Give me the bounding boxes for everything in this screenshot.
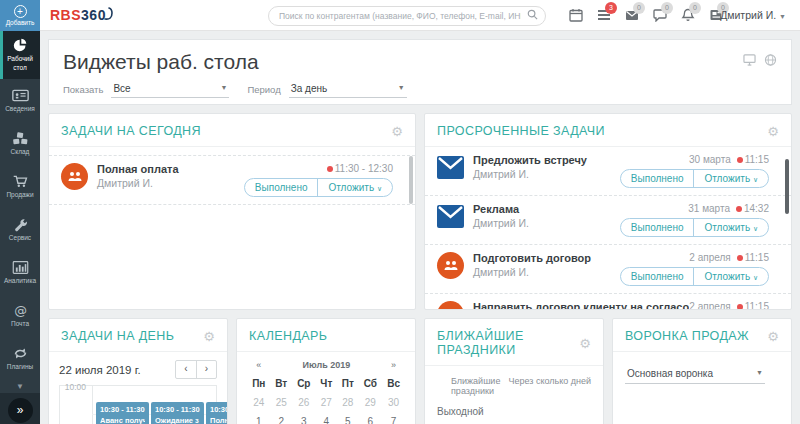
prev-month-button[interactable]: «: [247, 356, 271, 374]
widget-overdue-tasks: ПРОСРОЧЕННЫЕ ЗАДАЧИ ⚙ Предложить встречу…: [424, 113, 792, 310]
scrollbar-thumb[interactable]: [785, 159, 789, 214]
postpone-button[interactable]: Отложить ∨: [317, 179, 392, 196]
scrollbar-thumb[interactable]: [409, 156, 413, 204]
calendar-day[interactable]: 1: [247, 412, 271, 424]
next-day-button[interactable]: ›: [196, 361, 216, 378]
calendar-day[interactable]: 6: [359, 412, 383, 424]
calendar-day[interactable]: 30: [382, 393, 405, 412]
header-icons: 3 0 0 0 0: [562, 0, 730, 31]
hour-label: 10:00: [62, 382, 86, 392]
main-content: Виджеты раб. стола Показать Все▼ Период …: [40, 31, 800, 424]
calendar-day[interactable]: 7: [382, 412, 405, 424]
add-button-label: Добавить: [6, 19, 35, 26]
sidebar-item-desktop[interactable]: Рабочий стол: [0, 31, 40, 79]
calendar-day[interactable]: 26: [292, 393, 316, 412]
postpone-button[interactable]: Отложить ∨: [693, 268, 768, 285]
postpone-button[interactable]: Отложить ∨: [693, 170, 768, 187]
postpone-button[interactable]: Отложить ∨: [693, 219, 768, 236]
id-card-icon: [12, 88, 29, 103]
done-button[interactable]: Выполнено: [621, 268, 694, 285]
tasks-button[interactable]: 3: [590, 0, 618, 31]
mail-badge: 0: [633, 2, 645, 14]
task-date: 30 марта: [689, 154, 731, 165]
gear-icon[interactable]: ⚙: [767, 330, 779, 343]
task-title: Полная оплата: [97, 163, 244, 175]
holidays-col2: Через сколько дней: [508, 376, 591, 396]
task-row[interactable]: Направить договор клиенту на согласовани…: [425, 293, 791, 310]
calendar-button[interactable]: [562, 0, 590, 31]
task-row[interactable]: Полная оплата Дмитрий И. 11:30 - 12:30 В…: [49, 155, 415, 205]
sync-icon: [12, 346, 29, 361]
widget-header: ЗАДАЧИ НА ДЕНЬ ⚙: [49, 319, 227, 352]
calendar-day[interactable]: 29: [359, 393, 383, 412]
chevron-down-icon: ∨: [377, 185, 382, 192]
show-filter-select[interactable]: Все▼: [111, 83, 229, 98]
calendar-event[interactable]: 10:30 - 11:30 Аванс получ: [96, 402, 149, 424]
expand-sidebar-button[interactable]: »: [8, 398, 33, 423]
task-actions: Выполнено Отложить ∨: [620, 169, 769, 188]
task-row[interactable]: Реклама Дмитрий И. 31 марта14:32 Выполне…: [425, 195, 791, 244]
task-actions: Выполнено Отложить ∨: [244, 178, 393, 197]
chevron-down-icon: ∨: [753, 176, 758, 183]
gear-icon[interactable]: ⚙: [203, 330, 215, 343]
calendar-event[interactable]: 10:30 - 11:30 Ожидание з: [151, 402, 204, 424]
done-button[interactable]: Выполнено: [621, 170, 694, 187]
sidebar-item-analytics[interactable]: Аналитика: [0, 251, 40, 294]
page-title: Виджеты раб. стола: [63, 50, 777, 74]
page-header-card: Виджеты раб. стола Показать Все▼ Период …: [48, 39, 792, 105]
calendar-day[interactable]: 3: [292, 412, 316, 424]
calendar-day[interactable]: 24: [247, 393, 271, 412]
sidebar-item-label: Плагины: [7, 363, 33, 371]
tasks-badge: 3: [605, 2, 617, 14]
sidebar-more-caret[interactable]: ▼: [0, 380, 40, 393]
done-button[interactable]: Выполнено: [621, 219, 694, 236]
pie-chart-icon: [12, 38, 29, 53]
calendar-day[interactable]: 28: [337, 393, 359, 412]
prev-day-button[interactable]: ‹: [176, 361, 196, 378]
chat-button[interactable]: 0: [646, 0, 674, 31]
sidebar-item-warehouse[interactable]: Склад: [0, 122, 40, 165]
widget-header: БЛИЖАЙШИЕ ПРАЗДНИКИ ⚙: [425, 319, 603, 366]
next-month-button[interactable]: »: [382, 356, 405, 374]
funnel-select[interactable]: Основная воронка ▼: [625, 368, 765, 384]
add-button[interactable]: + Добавить: [0, 0, 40, 31]
widget-header: ЗАДАЧИ НА СЕГОДНЯ ⚙: [49, 114, 415, 147]
chevron-down-icon: ∨: [753, 225, 758, 232]
widget-sales-funnel: ВОРОНКА ПРОДАЖ ⚙ Основная воронка ▼: [612, 318, 792, 424]
notifications-button[interactable]: 0: [674, 0, 702, 31]
calendar-day[interactable]: 4: [316, 412, 337, 424]
sidebar-item-label: Склад: [11, 148, 30, 156]
task-row[interactable]: Подготовить договор Дмитрий И. 2 апреля1…: [425, 244, 791, 293]
app-logo[interactable]: RBS360: [50, 7, 114, 23]
desktop-icon[interactable]: [743, 54, 756, 66]
calendar-day[interactable]: 27: [316, 393, 337, 412]
show-filter-label: Показать: [63, 84, 103, 98]
sidebar-item-info[interactable]: Сведения: [0, 79, 40, 122]
widget-title: ЗАДАЧИ НА СЕГОДНЯ: [61, 124, 201, 138]
user-menu[interactable]: Дмитрий И. ▼: [720, 9, 786, 21]
holiday-row: Выходной: [425, 400, 603, 423]
done-button[interactable]: Выполнено: [245, 179, 318, 196]
gear-icon[interactable]: ⚙: [391, 125, 403, 138]
logo-swoosh-icon: [104, 7, 114, 21]
search-input[interactable]: [268, 6, 546, 26]
gear-icon[interactable]: ⚙: [579, 337, 591, 350]
widget-header: ВОРОНКА ПРОДАЖ ⚙: [613, 319, 791, 352]
at-icon: @: [12, 303, 29, 318]
sidebar-item-mail[interactable]: @ Почта: [0, 294, 40, 337]
day-schedule[interactable]: 10:00 11:00 10:30 - 11:30 Аванс получ 10…: [59, 385, 217, 424]
period-filter-select[interactable]: За день▼: [289, 83, 407, 98]
task-time: 11:15: [745, 154, 769, 165]
sidebar-item-service[interactable]: Сервис: [0, 208, 40, 251]
mail-button[interactable]: 0: [618, 0, 646, 31]
sidebar-item-plugins[interactable]: Плагины: [0, 337, 40, 380]
calendar-day[interactable]: 5: [337, 412, 359, 424]
calendar-day[interactable]: 2: [271, 412, 292, 424]
calendar-event[interactable]: 10:30 - 11:30 Полная: [206, 402, 228, 424]
calendar-day[interactable]: 25: [271, 393, 292, 412]
globe-icon[interactable]: [764, 54, 777, 66]
gear-icon[interactable]: ⚙: [767, 125, 779, 138]
task-row[interactable]: Предложить встречу Дмитрий И. 30 марта11…: [425, 147, 791, 195]
widget-today-tasks: ЗАДАЧИ НА СЕГОДНЯ ⚙ Полная оплата Дмитри…: [48, 113, 416, 310]
sidebar-item-sales[interactable]: Продажи: [0, 165, 40, 208]
